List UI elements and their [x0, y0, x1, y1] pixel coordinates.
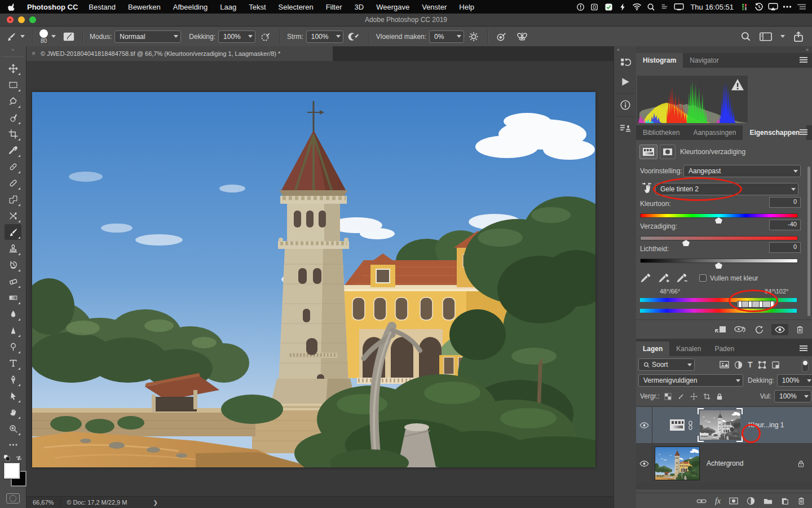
tab-histogram[interactable]: Histogram — [636, 53, 683, 68]
layer-row-adjustment[interactable]: Kleur...ing 1 — [636, 407, 812, 443]
close-icon[interactable]: × — [32, 50, 36, 58]
stack-icon[interactable] — [660, 2, 670, 11]
airplay-icon[interactable] — [768, 2, 778, 11]
lock-transparency-icon[interactable] — [664, 393, 672, 400]
layer-name[interactable]: Achtergrond — [707, 459, 743, 467]
blend-mode-layers-select[interactable]: Vermenigvuldigen — [638, 374, 743, 387]
sharpen-tool[interactable] — [5, 322, 21, 338]
saturation-slider[interactable] — [640, 236, 798, 240]
new-layer-icon[interactable] — [781, 497, 789, 505]
brush-preset-icon[interactable] — [6, 32, 17, 42]
eyedropper-tool[interactable] — [5, 142, 21, 158]
brush-size-preview[interactable]: 80 — [39, 29, 48, 44]
menu-venster[interactable]: Venster — [416, 3, 453, 11]
path-selection-tool[interactable] — [5, 388, 21, 404]
default-colors-icon[interactable] — [3, 454, 11, 462]
lasso-tool[interactable] — [5, 93, 21, 109]
saturation-slider-thumb[interactable] — [682, 240, 690, 246]
colorize-checkbox[interactable] — [699, 274, 707, 282]
dodge-tool[interactable] — [5, 339, 21, 354]
layer-mask-thumbnail[interactable] — [700, 410, 740, 440]
content-aware-move-tool[interactable] — [5, 208, 21, 224]
add-adjustment-icon[interactable] — [747, 497, 755, 505]
hue-range-select[interactable]: Gele tinten 2 — [655, 183, 798, 195]
marquee-tool[interactable] — [5, 77, 21, 93]
visibility-toggle[interactable] — [771, 324, 788, 335]
menu-filter[interactable]: Filter — [320, 3, 348, 11]
menu-bewerken[interactable]: Bewerken — [122, 3, 167, 11]
pressure-size-ic on[interactable] — [496, 32, 507, 42]
tab-aanpassingen[interactable]: Aanpassingen — [686, 125, 743, 140]
menu-help[interactable]: Help — [453, 3, 480, 11]
histogram-panel-menu-icon[interactable] — [800, 57, 807, 63]
filter-type-layers-icon[interactable]: T — [748, 360, 753, 369]
more-icon[interactable] — [782, 2, 792, 11]
lightness-value-field[interactable]: 0 — [769, 242, 801, 253]
edit-toolbar-icon[interactable] — [5, 437, 21, 453]
zoom-level-field[interactable]: 66,67% — [26, 499, 60, 506]
zoom-tool[interactable] — [5, 421, 21, 436]
histogram-warning-icon[interactable] — [731, 78, 744, 91]
reset-icon[interactable] — [754, 325, 764, 335]
menu-photoshop[interactable]: Photoshop CC — [21, 3, 82, 11]
tab-navigator[interactable]: Navigator — [683, 53, 725, 68]
panel-dock-expand-icon[interactable]: » — [636, 46, 812, 53]
blend-mode-select[interactable]: Normaal — [114, 30, 181, 43]
pen-tool[interactable] — [5, 371, 21, 387]
tab-kanalen[interactable]: Kanalen — [669, 341, 708, 356]
add-mask-icon[interactable] — [729, 497, 738, 505]
preset-select[interactable]: Aangepast — [683, 165, 801, 177]
lock-all-icon[interactable] — [716, 393, 723, 400]
menu-tekst[interactable]: Tekst — [242, 3, 272, 11]
properties-panel-menu-icon[interactable] — [800, 129, 807, 135]
blur-tool[interactable] — [5, 306, 21, 322]
menu-weergave[interactable]: Weergave — [370, 3, 416, 11]
hue-slider[interactable] — [640, 213, 798, 218]
lightness-slider[interactable] — [640, 259, 798, 263]
brush-picker-chevron-icon[interactable] — [51, 35, 56, 38]
adjustment-icon[interactable] — [639, 144, 657, 159]
tab-bibliotheken[interactable]: Bibliotheken — [636, 125, 686, 140]
shortcut-icon[interactable] — [575, 2, 585, 11]
layer-filter-select[interactable]: Soort — [638, 358, 695, 371]
menu-clock[interactable]: Thu 16:05:51 — [688, 3, 736, 11]
targeted-adjustment-icon[interactable] — [641, 182, 653, 194]
canvas-pasteboard[interactable] — [26, 61, 614, 497]
menu-selecteren[interactable]: Selecteren — [272, 3, 320, 11]
opacity-select[interactable]: 100% — [218, 30, 255, 43]
properties-scrollbar[interactable] — [807, 167, 810, 316]
layer-visibility-icon[interactable] — [639, 422, 649, 428]
info-panel-icon[interactable] — [614, 95, 637, 115]
eyedropper-minus-icon[interactable] — [677, 272, 688, 283]
swap-colors-icon[interactable] — [15, 454, 23, 462]
move-tool[interactable] — [5, 60, 21, 76]
pressure-opacity-icon[interactable] — [260, 32, 271, 42]
quick-mask-button[interactable] — [6, 493, 20, 503]
actions-panel-icon[interactable] — [614, 72, 637, 91]
clone-source-panel-icon[interactable] — [614, 119, 637, 138]
search-icon[interactable] — [740, 31, 751, 42]
type-tool[interactable] — [5, 355, 21, 371]
spot-healing-brush-tool[interactable] — [5, 159, 21, 174]
photo-canvas[interactable] — [32, 92, 595, 467]
lock-pixels-icon[interactable] — [677, 393, 685, 400]
lock-position-icon[interactable] — [690, 393, 698, 400]
mask-properties-icon[interactable] — [660, 144, 676, 159]
brush-tool[interactable] — [5, 224, 21, 240]
symmetry-butterfly-icon[interactable] — [516, 31, 528, 42]
filter-adjustment-layers-icon[interactable] — [734, 361, 743, 369]
share-icon[interactable] — [793, 31, 804, 42]
apple-logo-icon[interactable] — [0, 3, 21, 11]
crop-tool[interactable] — [5, 126, 21, 142]
quick-selection-tool[interactable] — [5, 110, 21, 125]
delete-layer-icon[interactable] — [797, 497, 805, 505]
workspace-chevron-icon[interactable] — [780, 35, 785, 38]
filter-shape-layers-icon[interactable] — [758, 361, 766, 369]
layer-style-icon[interactable]: fx — [715, 497, 721, 506]
status-chevron-icon[interactable]: ❯ — [153, 500, 157, 506]
dock-collapse-icon[interactable]: « — [614, 46, 637, 53]
activity-bars-icon[interactable] — [740, 2, 750, 11]
hand-tool[interactable] — [5, 404, 21, 420]
layer-name[interactable]: Kleur...ing 1 — [748, 421, 784, 429]
link-layers-icon[interactable] — [696, 498, 707, 504]
